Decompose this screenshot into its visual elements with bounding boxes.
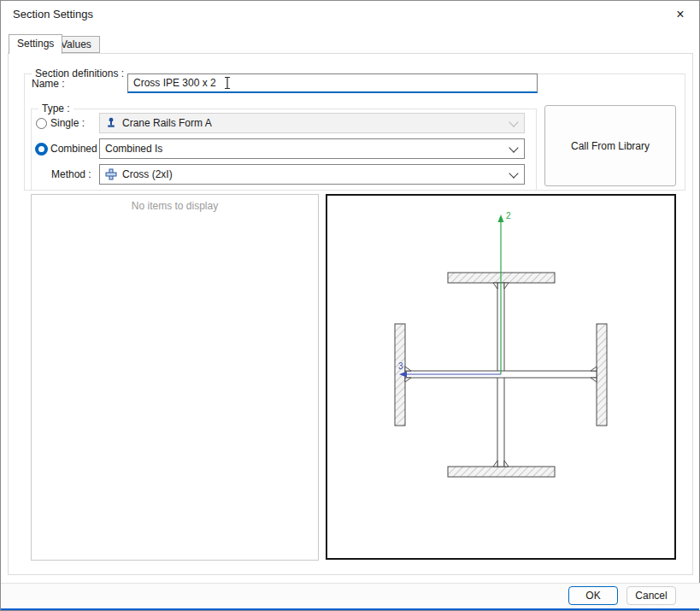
combined-radio[interactable] [35,143,48,156]
chevron-down-icon [509,117,518,126]
call-from-library-label: Call From Library [571,140,650,152]
ok-button[interactable]: OK [568,586,618,605]
section-preview-panel: 2 3 [326,194,676,560]
cross-section-icon [105,168,117,180]
section-items-list[interactable]: No items to display [31,194,319,561]
cancel-button[interactable]: Cancel [626,586,676,605]
ok-button-label: OK [585,590,600,602]
call-from-library-button[interactable]: Call From Library [544,105,676,186]
axis-2-arrowhead [498,214,504,222]
combined-label: Combined : [50,143,103,155]
text-cursor-icon [223,76,232,90]
method-label: Method : [51,168,91,180]
name-field-wrapper [127,73,538,93]
method-dropdown[interactable]: Cross (2xI) [99,164,525,185]
window-bottom-accent [1,608,699,610]
single-section-value: Crane Rails Form A [122,117,212,129]
axis-2-label: 2 [506,211,511,220]
section-settings-dialog: Section Settings × Settings Values Secti… [0,0,700,611]
combined-section-dropdown[interactable]: Combined Is [99,138,525,159]
chevron-down-icon [509,168,518,178]
cancel-button-label: Cancel [635,590,667,602]
single-label: Single : [50,117,85,129]
window-title: Section Settings [13,1,93,28]
empty-list-text: No items to display [32,200,318,212]
method-value: Cross (2xI) [122,168,173,180]
axis-3-label: 3 [398,361,403,371]
chevron-down-icon [509,143,518,152]
name-input[interactable] [127,73,538,93]
close-icon[interactable]: × [670,4,691,25]
name-label: Name : [32,78,65,90]
cross-section-drawing: 2 3 [327,196,674,558]
single-section-dropdown[interactable]: Crane Rails Form A [99,113,525,133]
tab-settings[interactable]: Settings [9,34,62,54]
type-group-label: Type : [38,103,74,115]
single-radio[interactable] [36,118,47,129]
crane-rail-icon [105,117,117,129]
combined-section-value: Combined Is [105,143,162,155]
title-bar: Section Settings × [1,1,699,28]
